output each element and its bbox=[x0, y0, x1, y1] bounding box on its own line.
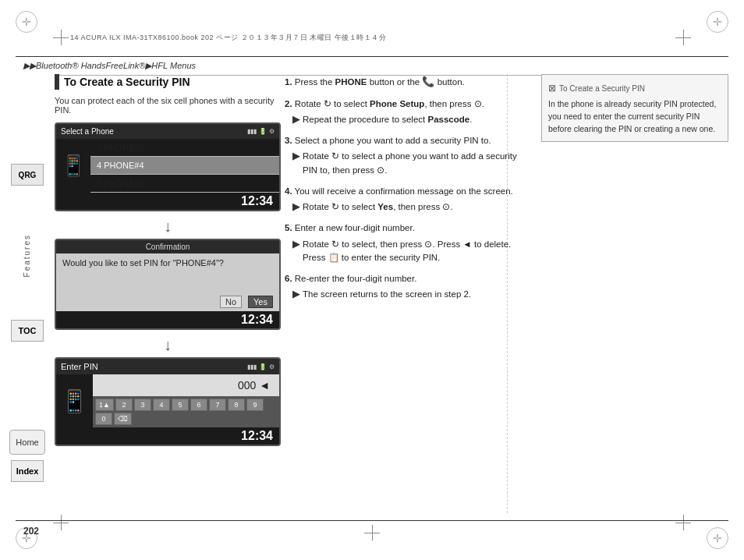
confirmation-screen: Confirmation Would you like to set PIN f… bbox=[55, 239, 281, 330]
crosshair-bottom-right bbox=[675, 515, 691, 530]
step-5-enter-icon: 📋 bbox=[328, 253, 339, 262]
crosshair-top-left bbox=[53, 30, 69, 45]
pin-key-0[interactable]: 0 bbox=[95, 413, 112, 425]
step-5-rotate: ↻ bbox=[331, 239, 339, 249]
sidebar: QRG Features TOC Index Home bbox=[0, 78, 53, 513]
corner-mark-tr: ✛ bbox=[707, 11, 728, 33]
step-3-rotate: ↻ bbox=[331, 151, 339, 161]
step-3-num: 3. bbox=[285, 136, 292, 145]
cell-phone-icon: 📱 bbox=[61, 154, 86, 178]
pin-value: 000 ◄ bbox=[99, 377, 273, 393]
step-6-num: 6. bbox=[285, 274, 292, 283]
corner-mark-tl: ✛ bbox=[16, 11, 37, 33]
index-button[interactable]: Index bbox=[11, 460, 44, 482]
settings-icon: ⚙ bbox=[269, 128, 275, 135]
pin-key-2[interactable]: 2 bbox=[115, 399, 133, 411]
features-label: Features bbox=[23, 234, 31, 277]
pin-keyboard: 1▲ 2 3 4 5 6 7 8 9 0 ⌫ bbox=[93, 396, 279, 427]
left-column: To Create a Security PIN You can protect… bbox=[55, 74, 281, 446]
footer-line bbox=[16, 520, 728, 521]
phone-name-4: 4 PHONE#4 bbox=[97, 161, 144, 170]
confirm-options: No Yes bbox=[56, 292, 279, 311]
step-4-press: ⊙ bbox=[442, 202, 450, 211]
crosshair-bottom-center bbox=[364, 525, 380, 541]
pin-key-6[interactable]: 6 bbox=[190, 399, 207, 411]
step-4-num: 4. bbox=[285, 186, 292, 196]
step-2-indent-text: Repeat the procedure to select Passcode. bbox=[303, 113, 472, 126]
title-bar bbox=[55, 74, 59, 90]
step-3-indent-text: Rotate ↻ to select a phone you want to a… bbox=[303, 150, 533, 177]
arrow-down-2: ↓ bbox=[55, 336, 281, 354]
pin-key-1[interactable]: 1▲ bbox=[95, 399, 114, 411]
home-button[interactable]: Home bbox=[9, 430, 45, 455]
confirm-body: Would you like to set PIN for "PHONE#4"? bbox=[56, 253, 279, 292]
step-3-indent: ▶ Rotate ↻ to select a phone you want to… bbox=[292, 150, 533, 177]
phone-header-title: Select a Phone bbox=[61, 127, 114, 136]
step-3-press: ⊙ bbox=[377, 165, 384, 175]
arrow-down-1: ↓ bbox=[55, 218, 281, 236]
step-4-indent-text: Rotate ↻ to select Yes, then press ⊙. bbox=[303, 200, 453, 214]
confirm-header: Confirmation bbox=[56, 240, 279, 253]
step-5-arrow: ▶ bbox=[292, 238, 299, 251]
step-3-arrow: ▶ bbox=[292, 150, 299, 163]
pin-key-5[interactable]: 5 bbox=[172, 399, 189, 411]
toc-button[interactable]: TOC bbox=[11, 320, 44, 342]
pin-row: 📱 000 ◄ 1▲ 2 3 4 5 6 7 bbox=[56, 374, 279, 427]
step-1-phone-icon: 📞 bbox=[422, 76, 434, 87]
section-title: To Create a Security PIN bbox=[55, 74, 281, 90]
pin-key-7[interactable]: 7 bbox=[209, 399, 226, 411]
confirm-message: Would you like to set PIN for "PHONE#4"? bbox=[62, 258, 273, 268]
battery-icon: 🔋 bbox=[259, 128, 267, 135]
pin-battery-icon: 🔋 bbox=[259, 363, 267, 370]
step-2-press-icon: ⊙ bbox=[474, 99, 482, 108]
phone-screen-header: Select a Phone ▮▮▮ 🔋 ⚙ bbox=[56, 124, 279, 139]
step-4-yes: Yes bbox=[377, 202, 393, 211]
phone-list-item-5: 5 PHONE#5 bbox=[90, 175, 279, 193]
corner-mark-br: ✛ bbox=[707, 527, 728, 549]
header-line bbox=[16, 56, 728, 57]
crosshair-top-right bbox=[675, 30, 691, 45]
breadcrumb-text: ▶▶Bluetooth® HandsFreeLink®▶HFL Menus bbox=[23, 61, 196, 70]
phone-name-3: 3 PHONE#3 bbox=[97, 143, 144, 152]
info-box-title-text: To Create a Security PIN bbox=[559, 83, 645, 94]
pin-key-9[interactable]: 9 bbox=[246, 399, 264, 411]
pin-key-8[interactable]: 8 bbox=[228, 399, 245, 411]
phone-name-5: 5 PHONE#5 bbox=[97, 179, 144, 188]
step-5-press: ⊙ bbox=[424, 239, 432, 249]
pin-status-icons: ▮▮▮ 🔋 ⚙ bbox=[247, 362, 275, 371]
step-5-indent-text: Rotate ↻ to select, then press ⊙. Press … bbox=[303, 238, 533, 265]
print-info: 14 ACURA ILX IMA-31TX86100.book 202 ページ … bbox=[70, 33, 386, 43]
pin-settings-icon: ⚙ bbox=[269, 363, 275, 370]
info-box-title: To Create a Security PIN bbox=[548, 81, 721, 95]
intro-text: You can protect each of the six cell pho… bbox=[55, 96, 281, 115]
confirm-no[interactable]: No bbox=[220, 296, 242, 308]
step-5-indent: ▶ Rotate ↻ to select, then press ⊙. Pres… bbox=[292, 238, 533, 265]
main-content: To Create a Security PIN You can protect… bbox=[55, 74, 728, 513]
step-3: 3. Select a phone you want to add a secu… bbox=[285, 134, 533, 177]
signal-icon: ▮▮▮ bbox=[247, 128, 257, 135]
info-box: To Create a Security PIN In the phone is… bbox=[541, 74, 728, 142]
select-phone-screen: Select a Phone ▮▮▮ 🔋 ⚙ 📱 3 PHONE#3 4 PHO… bbox=[55, 122, 281, 211]
step-6-indent: ▶ The screen returns to the screen in st… bbox=[292, 288, 533, 301]
step-1-num: 1. bbox=[285, 77, 292, 87]
phone-list: 3 PHONE#3 4 PHONE#4 5 PHONE#5 bbox=[90, 139, 279, 193]
pin-header: Enter PIN ▮▮▮ 🔋 ⚙ bbox=[56, 359, 279, 374]
pin-key-del[interactable]: ⌫ bbox=[114, 413, 132, 425]
phone-list-item-4[interactable]: 4 PHONE#4 bbox=[90, 157, 279, 175]
pin-time: 12:34 bbox=[56, 427, 279, 445]
print-marks: ✛ ✛ bbox=[0, 0, 744, 55]
step-1: 1. Press the PHONE button or the 📞 butto… bbox=[285, 74, 533, 90]
qrg-button[interactable]: QRG bbox=[11, 164, 44, 186]
pin-key-4[interactable]: 4 bbox=[153, 399, 170, 411]
title-text: To Create a Security PIN bbox=[64, 76, 190, 88]
step-2-arrow: ▶ bbox=[292, 113, 299, 126]
step-2-rotate-icon: ↻ bbox=[324, 99, 331, 108]
step-4: 4. You will receive a confirmation messa… bbox=[285, 185, 533, 214]
confirm-yes[interactable]: Yes bbox=[248, 296, 273, 308]
pin-key-3[interactable]: 3 bbox=[134, 399, 151, 411]
pin-phone-icon: 📱 bbox=[56, 384, 93, 419]
phone-status-icons: ▮▮▮ 🔋 ⚙ bbox=[247, 128, 275, 135]
step-4-indent: ▶ Rotate ↻ to select Yes, then press ⊙. bbox=[292, 200, 533, 214]
step-5-num: 5. bbox=[285, 223, 292, 232]
step-6-indent-text: The screen returns to the screen in step… bbox=[303, 288, 471, 301]
